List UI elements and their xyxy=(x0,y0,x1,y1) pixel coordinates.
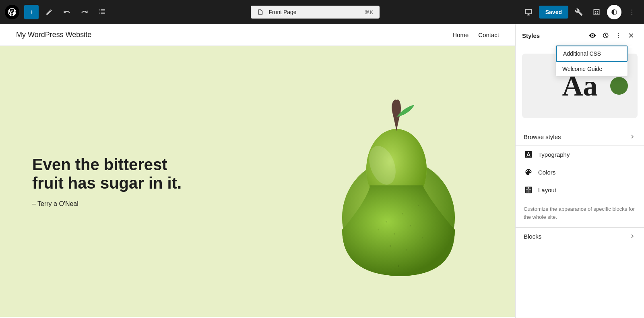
edit-icon-button[interactable] xyxy=(42,5,56,19)
toolbar-center: Front Page ⌘K xyxy=(113,6,518,19)
blocks-label: Blocks xyxy=(524,233,625,240)
panel-more-icon xyxy=(615,32,622,39)
svg-point-9 xyxy=(410,225,411,227)
svg-point-11 xyxy=(418,205,419,206)
revisions-button[interactable] xyxy=(599,29,612,42)
hero-attribution: – Terry a O'Neal xyxy=(32,200,185,208)
redo-icon xyxy=(81,8,88,16)
svg-point-1 xyxy=(632,12,632,12)
contrast-button[interactable] xyxy=(607,5,621,19)
canvas: My WordPress Website Home Contact Even t… xyxy=(0,24,515,318)
wordpress-logo[interactable] xyxy=(5,5,19,19)
redo-button[interactable] xyxy=(77,5,92,19)
styles-panel-title: Styles xyxy=(522,32,586,39)
dropdown-menu: Additional CSS Welcome Guide xyxy=(555,45,628,77)
svg-point-19 xyxy=(618,35,619,36)
svg-point-16 xyxy=(398,265,399,267)
blocks-row[interactable]: Blocks xyxy=(516,227,644,245)
svg-point-14 xyxy=(390,245,391,247)
page-icon xyxy=(257,9,264,15)
clock-icon xyxy=(602,32,609,39)
style-book-button[interactable] xyxy=(586,29,599,42)
svg-point-10 xyxy=(394,233,395,235)
nav-home[interactable]: Home xyxy=(452,31,469,38)
svg-point-15 xyxy=(422,237,423,239)
pear-image xyxy=(330,85,467,278)
chevron-right-icon xyxy=(629,133,636,140)
hero-section: Even the bitterest fruit has sugar in it… xyxy=(0,46,515,317)
layout-row[interactable]: Layout xyxy=(516,181,644,199)
customize-description: Customize the appearance of specific blo… xyxy=(516,199,644,227)
site-title: My WordPress Website xyxy=(16,31,91,39)
svg-point-12 xyxy=(386,221,387,222)
colors-row[interactable]: Colors xyxy=(516,163,644,181)
undo-button[interactable] xyxy=(60,5,74,19)
monitor-icon xyxy=(524,8,533,16)
nav-contact[interactable]: Contact xyxy=(478,31,499,38)
keyboard-shortcut: ⌘K xyxy=(365,9,374,15)
add-block-button[interactable]: + xyxy=(24,5,39,19)
sidebar-icon xyxy=(592,8,601,16)
blocks-chevron-icon xyxy=(629,233,636,240)
toolbar: + Front Page ⌘K xyxy=(0,0,644,24)
hero-heading: Even the bitterest fruit has sugar in it… xyxy=(32,155,185,192)
layout-icon xyxy=(524,186,533,194)
svg-point-8 xyxy=(402,213,403,214)
kebab-menu-icon xyxy=(628,8,636,16)
browse-styles-label: Browse styles xyxy=(524,133,625,140)
colors-icon xyxy=(524,168,533,176)
page-title-bar[interactable]: Front Page ⌘K xyxy=(251,6,380,19)
layout-label: Layout xyxy=(538,187,636,193)
panel-body: Browse styles Typography xyxy=(516,125,644,248)
site-nav: Home Contact xyxy=(452,31,499,38)
typography-row[interactable]: Typography xyxy=(516,145,644,163)
svg-point-13 xyxy=(406,249,407,251)
wrench-icon xyxy=(575,8,583,16)
close-icon xyxy=(627,32,635,39)
saved-button[interactable]: Saved xyxy=(539,6,568,19)
main-area: My WordPress Website Home Contact Even t… xyxy=(0,24,644,318)
preview-button[interactable] xyxy=(521,5,536,19)
browse-styles-row[interactable]: Browse styles xyxy=(516,128,644,145)
svg-point-2 xyxy=(632,14,632,15)
undo-icon xyxy=(63,8,70,16)
typography-label: Typography xyxy=(538,151,636,158)
styles-panel: Styles xyxy=(515,24,644,318)
panel-more-button[interactable] xyxy=(612,29,625,42)
pear-svg xyxy=(330,85,467,278)
styles-panel-header: Styles xyxy=(516,24,644,47)
style-preview-circle xyxy=(610,77,628,95)
colors-label: Colors xyxy=(538,169,636,176)
toolbar-right: Saved xyxy=(521,5,639,19)
close-panel-button[interactable] xyxy=(625,29,638,42)
list-view-button[interactable] xyxy=(95,5,109,19)
svg-point-18 xyxy=(618,33,619,34)
pen-icon xyxy=(45,8,53,16)
eye-icon xyxy=(589,32,596,39)
svg-point-0 xyxy=(632,10,632,10)
hero-text: Even the bitterest fruit has sugar in it… xyxy=(32,155,185,208)
page-title-label: Front Page xyxy=(268,9,296,15)
site-header: My WordPress Website Home Contact xyxy=(0,24,515,46)
list-view-icon xyxy=(99,8,106,16)
typography-icon xyxy=(524,150,533,158)
welcome-guide-option[interactable]: Welcome Guide xyxy=(556,62,627,76)
tools-button[interactable] xyxy=(572,5,586,19)
contrast-icon xyxy=(611,8,618,16)
svg-point-17 xyxy=(378,229,379,231)
additional-css-option[interactable]: Additional CSS xyxy=(556,46,627,62)
sidebar-toggle-button[interactable] xyxy=(589,5,604,19)
more-options-button[interactable] xyxy=(625,5,639,19)
svg-point-20 xyxy=(618,37,619,38)
